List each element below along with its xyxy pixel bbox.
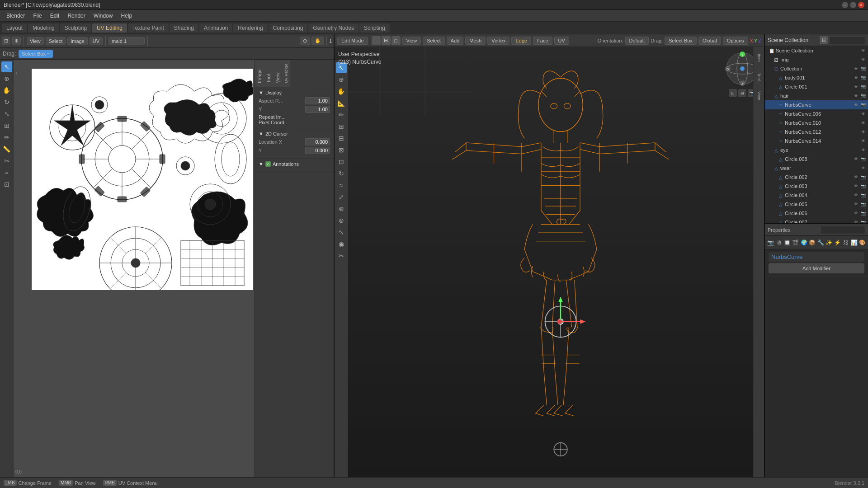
vp-tool-spin[interactable]: ↻ <box>336 168 347 179</box>
vis-render-collection[interactable]: 📷 <box>860 66 866 72</box>
annotations-header[interactable]: ▼ ✓ Annotations <box>259 161 330 167</box>
vis-cam-circ005[interactable]: 📷 <box>860 201 866 207</box>
vis-eye-circ002[interactable]: 👁 <box>853 174 859 180</box>
uv-tool-select[interactable]: ↖ <box>1 61 12 72</box>
vis-eye-circ008[interactable]: 👁 <box>853 156 859 162</box>
vis-eye-collection[interactable]: 👁 <box>853 66 859 72</box>
vis-cam-body[interactable]: 📷 <box>860 75 866 81</box>
outliner-item-scene-collection[interactable]: 📋 Scene Collection 👁 <box>765 46 868 55</box>
outliner-item-circle005[interactable]: △ Circle.005 👁 📷 <box>765 200 868 209</box>
outliner-item-nurbscurve012[interactable]: ~ NurbsCurve.012 👁 <box>765 127 868 136</box>
repeat-img-row[interactable]: Repeat Im... <box>259 114 330 120</box>
vp-tool-smooth[interactable]: ≈ <box>336 180 347 191</box>
vp-tool-edge-slide[interactable]: ⤢ <box>336 192 347 202</box>
menu-render[interactable]: Render <box>64 12 89 20</box>
vis-eye-nurbs014[interactable]: 👁 <box>860 138 866 144</box>
prop-icon-scene[interactable]: 🎬 <box>792 238 800 248</box>
uv-header-uv[interactable]: UV <box>90 37 103 45</box>
outliner-item-nurbscurve014[interactable]: ~ NurbsCurve.014 👁 <box>765 136 868 145</box>
vis-eye-circ005[interactable]: 👁 <box>853 201 859 207</box>
prop-icon-material[interactable]: 🎨 <box>859 238 867 248</box>
outliner-item-wear[interactable]: △ wear 👁 <box>765 164 868 173</box>
vis-cam-circ004[interactable]: 📷 <box>860 192 866 198</box>
vis-eye-circ007[interactable]: 👁 <box>853 219 859 223</box>
vis-cam-circ001[interactable]: 📷 <box>860 84 866 90</box>
options-btn[interactable]: Options <box>723 37 748 45</box>
viewport-vert-mode[interactable]: · <box>372 36 381 45</box>
outliner-item-circle003[interactable]: △ Circle.003 👁 📷 <box>765 182 868 191</box>
vis-eye-nurbs012[interactable]: 👁 <box>860 129 866 135</box>
vp-tool-tab[interactable]: Tool <box>754 68 764 86</box>
vp-add-btn[interactable]: Add <box>447 37 464 45</box>
prop-icon-view-layer[interactable]: 🔲 <box>783 238 791 248</box>
menu-help[interactable]: Help <box>117 12 136 20</box>
vis-cam-circ003[interactable]: 📷 <box>860 183 866 189</box>
annotations-checkbox[interactable]: ✓ <box>265 161 271 167</box>
vp-tool-rip[interactable]: ✂ <box>336 250 347 261</box>
vis-cam-hair[interactable]: 📷 <box>860 93 866 99</box>
cursor-header[interactable]: ▼ 2D Cursor <box>259 131 330 136</box>
tab-shading[interactable]: Shading <box>170 23 198 33</box>
vp-tool-grab[interactable]: ✋ <box>336 86 347 97</box>
vp-tool-loop[interactable]: ⊡ <box>336 156 347 167</box>
menu-edit[interactable]: Edit <box>47 12 63 20</box>
vis-cam-circ007[interactable]: 📷 <box>860 219 866 223</box>
vis-cam-circ002[interactable]: 📷 <box>860 174 866 180</box>
uv-mesh-selector[interactable]: maid 1 <box>108 37 145 45</box>
vis-eye-eye[interactable]: 👁 <box>860 147 866 153</box>
vis-eye-circ006[interactable]: 👁 <box>853 210 859 216</box>
prop-icon-modifier[interactable]: 🔧 <box>817 238 825 248</box>
prop-icon-data[interactable]: 📊 <box>850 238 858 248</box>
outliner-item-body001[interactable]: △ body.001 👁 📷 <box>765 73 868 82</box>
location-y-input[interactable] <box>305 147 330 154</box>
add-modifier-button[interactable]: Add Modifier <box>769 263 864 273</box>
outliner-item-circle001[interactable]: △ Circle.001 👁 📷 <box>765 82 868 91</box>
tab-modeling[interactable]: Modeling <box>28 23 59 33</box>
uv-tool-grab[interactable]: ✋ <box>1 85 12 96</box>
menu-blender[interactable]: Blender <box>3 12 28 20</box>
vis-eye-hair[interactable]: 👁 <box>853 93 859 99</box>
vp-uv-btn[interactable]: UV <box>554 37 569 45</box>
uv-canvas[interactable] <box>32 69 253 290</box>
uv-tool-measure[interactable]: 📏 <box>1 144 12 155</box>
uv-tab-uvpacker[interactable]: UV Packer <box>282 60 290 87</box>
select-box-button[interactable]: Select Box ~ <box>19 50 53 58</box>
toggle-ortho[interactable]: ⊞ <box>738 89 746 97</box>
tab-layout[interactable]: Layout <box>2 23 27 33</box>
outliner-item-img[interactable]: 🖼 Img 👁 <box>765 55 868 64</box>
vis-eye-nurbs010[interactable]: 👁 <box>860 120 866 126</box>
vp-vertex-btn[interactable]: Vertex <box>487 37 509 45</box>
outliner-search-input[interactable] <box>829 36 865 44</box>
uv-tool-scale[interactable]: ⤡ <box>1 108 12 119</box>
menu-file[interactable]: File <box>29 12 45 20</box>
vp-tool-annotate[interactable]: ✏ <box>336 109 347 120</box>
drag-select-btn[interactable]: Select Box <box>665 37 697 45</box>
vp-tool-to-sphere[interactable]: ◉ <box>336 239 347 249</box>
outliner-item-nurbscurve010[interactable]: ~ NurbsCurve.010 👁 <box>765 118 868 127</box>
vp-view-tab[interactable]: View <box>754 87 764 105</box>
vis-eye-body[interactable]: 👁 <box>853 75 859 81</box>
uv-tab-tool[interactable]: Tool <box>264 60 273 87</box>
tab-rendering[interactable]: Rendering <box>233 23 267 33</box>
uv-header-view[interactable]: View <box>27 37 44 45</box>
tab-sculpting[interactable]: Sculpting <box>60 23 91 33</box>
aspect-y-input[interactable] <box>305 106 330 113</box>
outliner-item-circle004[interactable]: △ Circle.004 👁 📷 <box>765 191 868 200</box>
uv-tool-relax[interactable]: ≈ <box>1 167 12 178</box>
tab-texture-paint[interactable]: Texture Paint <box>128 23 169 33</box>
outliner-item-nurbscurve006[interactable]: ~ NurbsCurve.006 👁 <box>765 109 868 118</box>
uv-tool-transform[interactable]: ⊞ <box>1 120 12 131</box>
vp-tool-cursor[interactable]: ⊕ <box>336 74 347 85</box>
vis-cam-circ006[interactable]: 📷 <box>860 210 866 216</box>
vp-tool-polybuild[interactable]: ⊠ <box>336 145 347 155</box>
prop-icon-object[interactable]: 📦 <box>809 238 816 248</box>
prop-search-input[interactable] <box>820 226 865 234</box>
prop-icon-world[interactable]: 🌍 <box>800 238 808 248</box>
prop-icon-particles[interactable]: ✨ <box>826 238 833 248</box>
uv-canvas-area[interactable]: ↖ ⊕ ✋ ↻ ⤡ ⊞ ✏ 📏 ✂ ≈ ⊡ <box>0 60 334 477</box>
vp-tool-push[interactable]: ⊚ <box>336 215 347 226</box>
uv-tool-pinch[interactable]: ⊡ <box>1 179 12 190</box>
outliner-item-circle006[interactable]: △ Circle.006 👁 📷 <box>765 209 868 218</box>
tab-geometry-nodes[interactable]: Geometry Nodes <box>308 23 359 33</box>
location-x-input[interactable] <box>305 138 330 145</box>
